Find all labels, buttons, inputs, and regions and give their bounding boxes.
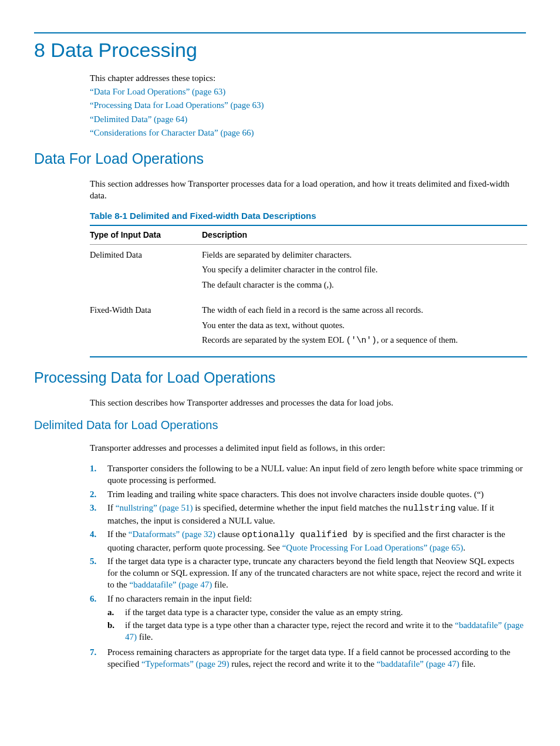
- xref-dataformats[interactable]: “Dataformats” (page 32): [129, 529, 215, 539]
- fixed-d3: Records are separated by the system EOL …: [202, 335, 524, 347]
- cell-type-fixed: Fixed-Width Data: [90, 300, 202, 357]
- step-text: If the target data type is a character t…: [107, 555, 526, 591]
- table-8-1: Type of Input Data Description Delimited…: [90, 225, 527, 357]
- t: if the target data type is a type other …: [125, 620, 455, 630]
- section-data-for-load: Data For Load Operations: [34, 149, 526, 169]
- cell-desc-fixed: The width of each field in a record is t…: [202, 300, 527, 357]
- step-num: 7.: [90, 646, 107, 670]
- step-5: 5.If the target data type is a character…: [90, 555, 526, 591]
- step-text: If no characters remain in the input fie…: [107, 593, 526, 644]
- step-num: 4.: [90, 528, 107, 553]
- step-text: If “nullstring” (page 51) is specified, …: [107, 502, 526, 527]
- subsection-delimited-data: Delimited Data for Load Operations: [34, 417, 526, 433]
- code: nullstring: [403, 504, 456, 514]
- step-6: 6. If no characters remain in the input …: [90, 593, 526, 644]
- steps-list: 1.Transporter considers the following to…: [90, 463, 526, 670]
- section-processing-data: Processing Data for Load Operations: [34, 368, 526, 388]
- sec1-para: This section addresses how Transporter p…: [90, 178, 526, 202]
- intro-lead: This chapter addresses these topics:: [90, 72, 526, 84]
- step-text: Trim leading and trailing white space ch…: [107, 488, 526, 500]
- fixed-d2: You enter the data as text, without quot…: [202, 320, 524, 332]
- t: If: [107, 503, 116, 512]
- t: file.: [460, 659, 476, 669]
- substep-b: b.if the target data type is a type othe…: [107, 619, 526, 643]
- delim-d1: Fields are separated by delimiter charac…: [202, 249, 524, 261]
- step-num: 2.: [90, 488, 107, 500]
- step-text: Process remaining characters as appropri…: [107, 646, 526, 670]
- t: is specified, determine whether the inpu…: [193, 503, 403, 512]
- step-num: 6.: [90, 593, 107, 644]
- substep-a: a.if the target data type is a character…: [107, 606, 526, 618]
- step-1: 1.Transporter considers the following to…: [90, 463, 526, 487]
- fixed-d3a: Records are separated by the system EOL: [202, 335, 346, 345]
- th-type: Type of Input Data: [90, 225, 202, 244]
- table-8-1-title: Table 8-1 Delimited and Fixed-width Data…: [90, 210, 526, 222]
- sub-text: if the target data type is a type other …: [125, 619, 526, 643]
- sub-body: Transporter addresses and processes a de…: [90, 442, 526, 670]
- step-text: If the “Dataformats” (page 32) clause op…: [107, 528, 526, 553]
- t: rules, reject the record and write it to…: [230, 659, 377, 669]
- step-3: 3.If “nullstring” (page 51) is specified…: [90, 502, 526, 527]
- sub-text: if the target data type is a character t…: [125, 606, 526, 618]
- intro-block: This chapter addresses these topics: “Da…: [90, 72, 526, 139]
- t: file.: [137, 632, 153, 642]
- step-7: 7.Process remaining characters as approp…: [90, 646, 526, 670]
- intro-link-3[interactable]: “Delimited Data” (page 64): [90, 114, 187, 124]
- step-num: 3.: [90, 502, 107, 527]
- t: If no characters remain in the input fie…: [107, 594, 252, 603]
- table-row: Delimited Data Fields are separated by d…: [90, 244, 527, 300]
- step-4: 4.If the “Dataformats” (page 32) clause …: [90, 528, 526, 553]
- step-text: Transporter considers the following to b…: [107, 463, 526, 487]
- intro-link-1[interactable]: “Data For Load Operations” (page 63): [90, 87, 225, 96]
- table-row: Fixed-Width Data The width of each field…: [90, 300, 527, 357]
- sub-num: b.: [107, 619, 125, 643]
- step-num: 1.: [90, 463, 107, 487]
- xref-quote-processing[interactable]: “Quote Processing For Load Operations” (…: [282, 543, 463, 552]
- xref-baddatafile-3[interactable]: “baddatafile” (page 47): [377, 659, 460, 669]
- step-2: 2.Trim leading and trailing white space …: [90, 488, 526, 500]
- fixed-d3c: , or a sequence of them.: [377, 335, 458, 345]
- sub-num: a.: [107, 606, 125, 618]
- step-num: 5.: [90, 555, 107, 591]
- chapter-title: 8 Data Processing: [34, 37, 526, 64]
- t: file.: [212, 580, 228, 589]
- xref-typeformats[interactable]: “Typeformats” (page 29): [141, 659, 230, 669]
- sub-para: Transporter addresses and processes a de…: [90, 442, 526, 454]
- cell-desc-delimited: Fields are separated by delimiter charac…: [202, 244, 527, 300]
- cell-type-delimited: Delimited Data: [90, 244, 202, 300]
- t: .: [463, 543, 465, 552]
- delim-d2: You specify a delimiter character in the…: [202, 264, 524, 276]
- th-desc: Description: [202, 225, 527, 244]
- xref-baddatafile-1[interactable]: “baddatafile” (page 47): [130, 580, 212, 589]
- sub-list: a.if the target data type is a character…: [107, 606, 526, 643]
- intro-link-4[interactable]: “Considerations for Character Data” (pag…: [90, 128, 254, 137]
- fixed-d3b: ('\n'): [346, 336, 376, 345]
- intro-link-2[interactable]: “Processing Data for Load Operations” (p…: [90, 100, 264, 110]
- sec1-body: This section addresses how Transporter p…: [90, 178, 526, 357]
- t: If the: [107, 529, 129, 539]
- sec2-para: This section describes how Transporter a…: [90, 397, 526, 409]
- delim-d3: The default character is the comma (,).: [202, 279, 524, 291]
- sec2-body: This section describes how Transporter a…: [90, 397, 526, 409]
- xref-nullstring[interactable]: “nullstring” (page 51): [116, 503, 193, 512]
- t: clause: [215, 529, 242, 539]
- top-rule: [34, 32, 526, 33]
- fixed-d1: The width of each field in a record is t…: [202, 305, 524, 316]
- code: optionally qualified by: [242, 530, 363, 540]
